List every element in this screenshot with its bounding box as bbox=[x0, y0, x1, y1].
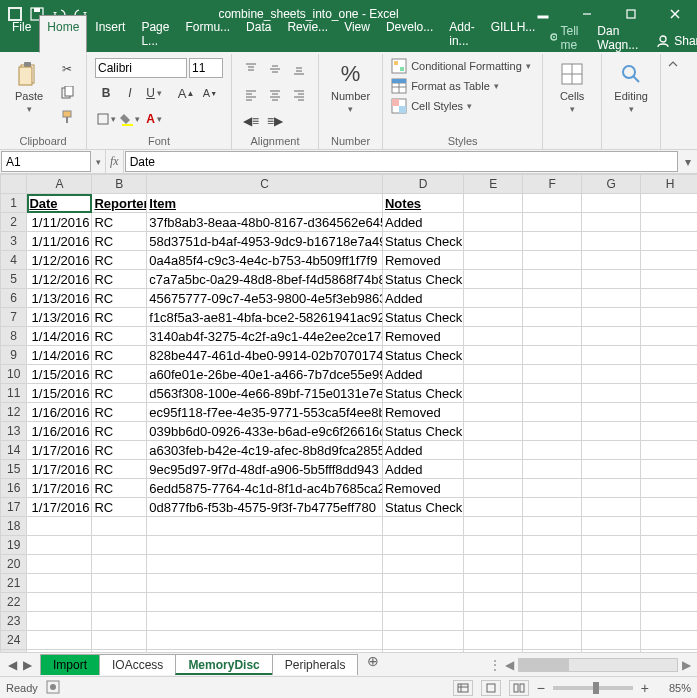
column-header-H[interactable]: H bbox=[641, 175, 697, 194]
cell[interactable]: Reporter bbox=[92, 194, 147, 213]
cell[interactable] bbox=[464, 460, 523, 479]
formula-input[interactable] bbox=[125, 151, 678, 172]
cell[interactable] bbox=[382, 593, 463, 612]
cell[interactable] bbox=[582, 460, 641, 479]
cells-button[interactable]: Cells ▾ bbox=[551, 58, 593, 116]
cell[interactable]: 1/17/2016 bbox=[27, 460, 92, 479]
cell[interactable] bbox=[582, 327, 641, 346]
row-header[interactable]: 11 bbox=[1, 384, 27, 403]
cell[interactable]: RC bbox=[92, 251, 147, 270]
cell[interactable]: 1/16/2016 bbox=[27, 422, 92, 441]
cell[interactable] bbox=[641, 574, 697, 593]
cell[interactable] bbox=[641, 194, 697, 213]
zoom-out-button[interactable]: − bbox=[537, 680, 545, 696]
cell[interactable] bbox=[641, 365, 697, 384]
cell[interactable] bbox=[464, 517, 523, 536]
cell[interactable] bbox=[464, 232, 523, 251]
cell[interactable]: a60fe01e-26be-40e1-a466-7b7dce55e991 bbox=[147, 365, 383, 384]
page-layout-view-button[interactable] bbox=[481, 680, 501, 696]
cell[interactable]: RC bbox=[92, 403, 147, 422]
cell[interactable]: Added bbox=[382, 365, 463, 384]
cell[interactable]: Status Check bbox=[382, 270, 463, 289]
cell[interactable]: RC bbox=[92, 232, 147, 251]
cell[interactable] bbox=[464, 555, 523, 574]
font-size-input[interactable] bbox=[189, 58, 223, 78]
cell[interactable] bbox=[582, 422, 641, 441]
cell[interactable] bbox=[464, 365, 523, 384]
cell[interactable] bbox=[523, 574, 582, 593]
font-name-input[interactable] bbox=[95, 58, 187, 78]
cell[interactable] bbox=[92, 612, 147, 631]
decrease-indent-button[interactable]: ◀≡ bbox=[240, 110, 262, 132]
cell[interactable] bbox=[464, 251, 523, 270]
cell[interactable]: RC bbox=[92, 384, 147, 403]
sheet-tab-ioaccess[interactable]: IOAccess bbox=[99, 654, 176, 675]
cell[interactable]: RC bbox=[92, 422, 147, 441]
cell[interactable] bbox=[147, 555, 383, 574]
cell[interactable] bbox=[582, 593, 641, 612]
cell[interactable] bbox=[464, 536, 523, 555]
cell[interactable] bbox=[147, 612, 383, 631]
row-header[interactable]: 16 bbox=[1, 479, 27, 498]
align-left-button[interactable] bbox=[240, 84, 262, 106]
cell[interactable] bbox=[523, 232, 582, 251]
cell[interactable] bbox=[641, 384, 697, 403]
cell[interactable] bbox=[92, 574, 147, 593]
cell[interactable]: ec95f118-f7ee-4e35-9771-553ca5f4ee8b bbox=[147, 403, 383, 422]
cell[interactable] bbox=[464, 327, 523, 346]
cell[interactable] bbox=[582, 612, 641, 631]
cell[interactable] bbox=[641, 612, 697, 631]
column-header-G[interactable]: G bbox=[582, 175, 641, 194]
tab-develo[interactable]: Develo... bbox=[378, 15, 441, 52]
cell[interactable] bbox=[523, 194, 582, 213]
paste-button[interactable]: Paste ▾ bbox=[8, 58, 50, 116]
cell[interactable] bbox=[523, 346, 582, 365]
cell[interactable]: c7a7a5bc-0a29-48d8-8bef-f4d5868f74b8 bbox=[147, 270, 383, 289]
cell[interactable]: 1/13/2016 bbox=[27, 308, 92, 327]
borders-button[interactable] bbox=[95, 108, 117, 130]
cell[interactable] bbox=[641, 346, 697, 365]
cell[interactable] bbox=[641, 593, 697, 612]
decrease-font-button[interactable]: A▼ bbox=[199, 82, 221, 104]
cell[interactable] bbox=[523, 460, 582, 479]
cell[interactable]: 1/15/2016 bbox=[27, 384, 92, 403]
tab-gillh[interactable]: GILLH... bbox=[483, 15, 544, 52]
cell[interactable]: Item bbox=[147, 194, 383, 213]
cell[interactable] bbox=[92, 593, 147, 612]
select-all-corner[interactable] bbox=[1, 175, 27, 194]
cell[interactable]: RC bbox=[92, 441, 147, 460]
cell[interactable] bbox=[464, 498, 523, 517]
copy-button[interactable] bbox=[56, 82, 78, 104]
row-header[interactable]: 14 bbox=[1, 441, 27, 460]
cell[interactable] bbox=[582, 365, 641, 384]
cell[interactable]: 9ec95d97-9f7d-48df-a906-5b5fff8dd943 bbox=[147, 460, 383, 479]
cell[interactable] bbox=[641, 289, 697, 308]
cell[interactable] bbox=[27, 612, 92, 631]
cell[interactable]: 1/14/2016 bbox=[27, 327, 92, 346]
zoom-level[interactable]: 85% bbox=[657, 682, 691, 694]
cell[interactable] bbox=[464, 346, 523, 365]
cell[interactable]: Status Check bbox=[382, 346, 463, 365]
cell[interactable] bbox=[523, 327, 582, 346]
collapse-ribbon-icon[interactable] bbox=[661, 54, 685, 149]
cell[interactable]: Status Check bbox=[382, 498, 463, 517]
cell[interactable] bbox=[92, 536, 147, 555]
cell[interactable] bbox=[582, 574, 641, 593]
row-header[interactable]: 2 bbox=[1, 213, 27, 232]
conditional-formatting-button[interactable]: Conditional Formatting ▾ bbox=[391, 58, 531, 74]
cell[interactable] bbox=[582, 517, 641, 536]
cell[interactable] bbox=[147, 593, 383, 612]
cell[interactable]: Removed bbox=[382, 251, 463, 270]
cell[interactable]: Added bbox=[382, 460, 463, 479]
cell[interactable] bbox=[641, 517, 697, 536]
cell[interactable]: 828be447-461d-4be0-9914-02b70701746f bbox=[147, 346, 383, 365]
cell[interactable]: 0d877fb6-f53b-4575-9f3f-7b4775eff780 bbox=[147, 498, 383, 517]
cell[interactable] bbox=[523, 498, 582, 517]
cell[interactable] bbox=[382, 536, 463, 555]
user-account[interactable]: Dan Wagn... bbox=[589, 24, 646, 52]
cell[interactable]: 37fb8ab3-8eaa-48b0-8167-d364562e645b bbox=[147, 213, 383, 232]
cell[interactable]: Status Check bbox=[382, 422, 463, 441]
cell[interactable] bbox=[464, 308, 523, 327]
cell[interactable] bbox=[382, 555, 463, 574]
new-sheet-button[interactable]: ⊕ bbox=[357, 654, 389, 675]
